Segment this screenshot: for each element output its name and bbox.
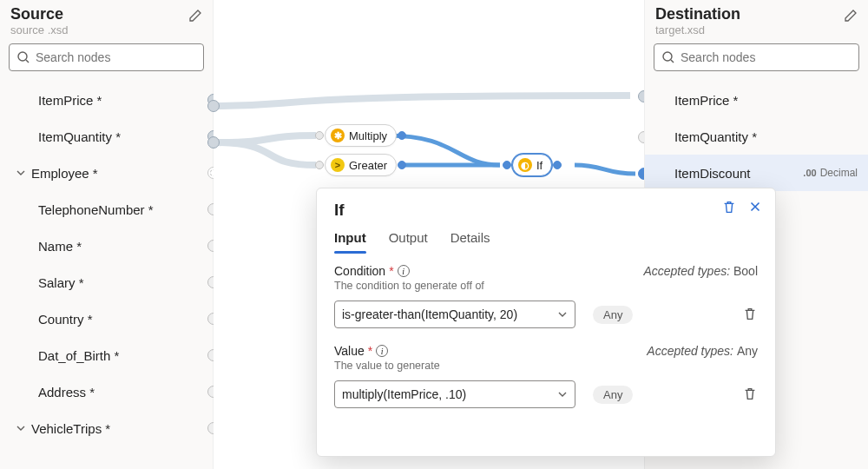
- chevron-down-icon: [16, 168, 26, 178]
- condition-help: The condition to generate off of: [334, 280, 758, 292]
- value-accepted: Accepted types: Any: [647, 344, 758, 358]
- source-panel: Source source .xsd ItemPrice * ItemQuant…: [0, 0, 214, 469]
- type-chip: Any: [593, 386, 633, 404]
- edit-destination-icon[interactable]: [844, 9, 858, 23]
- value-help: The value to generate: [334, 360, 758, 372]
- tree-item[interactable]: ItemPrice *: [0, 82, 213, 118]
- tree-item[interactable]: ItemPrice *: [645, 82, 868, 118]
- condition-label: Condition* i: [334, 264, 410, 278]
- tree-item[interactable]: Name *: [0, 228, 213, 264]
- svg-point-0: [18, 52, 27, 61]
- delete-value-icon[interactable]: [742, 386, 758, 404]
- node-port-out[interactable]: [398, 131, 406, 140]
- multiply-icon: ✱: [331, 129, 345, 142]
- tree-item[interactable]: Employee *: [0, 155, 213, 191]
- node-port-out[interactable]: [398, 161, 406, 169]
- if-config-popup: If Input Output Details Condition* i Acc…: [316, 188, 776, 457]
- type-badge: .00Decimal: [803, 167, 858, 179]
- search-icon: [16, 50, 30, 64]
- condition-accepted: Accepted types: Bool: [643, 264, 758, 278]
- popup-title: If: [334, 201, 758, 220]
- condition-combo[interactable]: is-greater-than(ItemQuantity, 20): [334, 301, 575, 328]
- node-port-out[interactable]: [553, 161, 562, 169]
- tree-item[interactable]: Country *: [0, 301, 213, 337]
- chevron-down-icon: [16, 423, 26, 433]
- source-file: source .xsd: [10, 23, 202, 36]
- destination-header: Destination target.xsd: [645, 0, 868, 40]
- destination-search[interactable]: [654, 43, 859, 71]
- tab-output[interactable]: Output: [389, 227, 428, 252]
- source-search[interactable]: [9, 43, 204, 71]
- delete-condition-icon[interactable]: [742, 306, 758, 324]
- chevron-down-icon: [557, 389, 568, 400]
- source-search-input[interactable]: [36, 50, 196, 64]
- search-icon: [661, 50, 675, 64]
- node-port-in[interactable]: [503, 161, 511, 169]
- tab-input[interactable]: Input: [334, 227, 366, 252]
- value-label: Value* i: [334, 344, 388, 358]
- source-header: Source source .xsd: [0, 0, 213, 40]
- tree-item[interactable]: TelephoneNumber *: [0, 191, 213, 228]
- tree-item[interactable]: Dat_of_Birth *: [0, 337, 213, 373]
- tree-item[interactable]: Address *: [0, 373, 213, 410]
- value-combo[interactable]: multiply(ItemPrice, .10): [334, 380, 575, 408]
- tree-item[interactable]: ItemQuantity *: [645, 118, 868, 155]
- close-icon[interactable]: [747, 199, 763, 217]
- tree-item[interactable]: Salary *: [0, 264, 213, 301]
- popup-tabs: Input Output Details: [334, 227, 758, 252]
- info-icon[interactable]: i: [398, 265, 410, 277]
- destination-title: Destination: [655, 5, 858, 23]
- node-if[interactable]: ◐ If: [512, 154, 552, 176]
- canvas-port[interactable]: [207, 136, 220, 149]
- destination-file: target.xsd: [655, 23, 858, 36]
- greater-icon: >: [331, 158, 345, 172]
- node-port-in[interactable]: [315, 161, 324, 169]
- if-icon: ◐: [518, 158, 532, 172]
- info-icon[interactable]: i: [376, 345, 388, 357]
- destination-tree: ItemPrice * ItemQuantity * ItemDiscount …: [645, 78, 868, 195]
- node-multiply[interactable]: ✱ Multiply: [325, 124, 397, 147]
- tree-item[interactable]: ItemQuantity *: [0, 118, 213, 155]
- canvas-port[interactable]: [207, 100, 220, 112]
- node-port-in[interactable]: [315, 131, 324, 140]
- edit-source-icon[interactable]: [188, 9, 202, 23]
- destination-search-input[interactable]: [681, 50, 852, 64]
- source-title: Source: [10, 5, 202, 23]
- tree-item[interactable]: VehicleTrips *: [0, 410, 213, 446]
- svg-point-1: [663, 52, 672, 61]
- node-greater[interactable]: > Greater: [325, 154, 397, 176]
- delete-node-icon[interactable]: [721, 199, 737, 217]
- type-chip: Any: [593, 306, 633, 324]
- source-tree: ItemPrice * ItemQuantity * Employee * Te…: [0, 78, 213, 450]
- tree-item-selected[interactable]: ItemDiscount .00Decimal: [645, 155, 868, 191]
- tab-details[interactable]: Details: [450, 227, 490, 252]
- chevron-down-icon: [557, 309, 568, 320]
